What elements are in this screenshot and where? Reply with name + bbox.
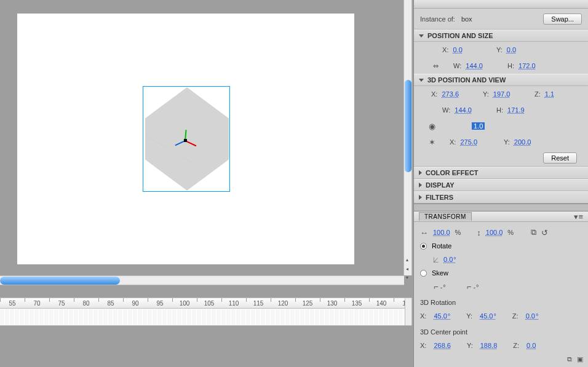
rot-y-value[interactable]: 45.0 (480, 312, 496, 320)
axis-origin[interactable] (184, 139, 187, 142)
angle-icon: ⟀ (434, 255, 439, 264)
3d-persp-row: ◉ 1.0 (414, 118, 588, 134)
section-title: POSITION AND SIZE (427, 32, 493, 39)
3d-y-value[interactable]: 197.0 (493, 90, 511, 98)
skew-value-row: ⌐ - ⌐ - (420, 280, 582, 293)
ruler-tick: 135 (344, 300, 369, 307)
x-label: X: (420, 342, 426, 349)
ruler-tick: 120 (271, 300, 295, 307)
instance-row: Instance of: box Swap... (414, 9, 588, 30)
camera-icon[interactable]: ◉ (425, 122, 439, 131)
pos-y-value[interactable]: 0.0 (507, 46, 516, 53)
constrain-icon[interactable]: ⧉ (531, 227, 536, 237)
vp-x-value[interactable]: 275.0 (460, 138, 477, 146)
pos-w-value[interactable]: 144.0 (466, 62, 483, 69)
ruler-tick: 70 (25, 300, 49, 307)
3d-rot-row: X: 45.0 Y: 45.0 Z: 0.0 (420, 309, 582, 323)
canvas-scrollbar-vertical[interactable] (403, 0, 412, 275)
3d-xyz-row: X: 273.6 Y: 197.0 Z: 1.1 (414, 86, 588, 102)
vp-y-value[interactable]: 200.0 (514, 138, 531, 146)
pct: % (507, 229, 514, 236)
rotate-row[interactable]: Rotate (420, 239, 582, 253)
scrollbar-thumb[interactable] (0, 277, 120, 285)
3d-h-value[interactable]: 171.9 (507, 106, 525, 114)
duplicate-icon[interactable]: ⧉ (567, 355, 572, 363)
timeline-ruler[interactable]: 5570758085909510010511011512012513013514… (0, 298, 406, 309)
rotate-label: Rotate (432, 242, 451, 250)
lock-aspect-icon[interactable]: ⇔ (429, 62, 442, 70)
rot-z-value[interactable]: 0.0 (526, 312, 539, 320)
panel-strip (414, 0, 588, 9)
rotate-value-row: ⟀ 0.0 (420, 253, 582, 266)
scale-x-icon: ↔ (420, 228, 428, 237)
ruler-tick: 80 (74, 300, 98, 307)
tab-label: TRANSFORM (419, 212, 472, 221)
stage-area: ▴◂▾ (0, 0, 410, 295)
pos-x-value[interactable]: 0.0 (453, 46, 462, 53)
x-label: X: (431, 90, 437, 98)
ruler-tick: 55 (0, 300, 25, 307)
3d-w-value[interactable]: 144.0 (455, 106, 472, 114)
scale-row: ↔ 100.0% ↕ 100.0% ⧉ ↺ (420, 226, 582, 239)
ruler-tick: 105 (197, 300, 221, 307)
reset-button[interactable]: Reset (543, 152, 577, 164)
new-icon[interactable]: ▣ (577, 355, 583, 363)
instance-label: Instance of: (420, 15, 455, 23)
section-title: FILTERS (426, 194, 453, 201)
skew-v-value[interactable]: - (473, 283, 479, 291)
section-title: 3D POSITION AND VIEW (427, 76, 506, 84)
timeline-frames[interactable] (0, 309, 406, 326)
skew-row[interactable]: Skew (420, 266, 582, 280)
center-z-value[interactable]: 0.0 (526, 342, 536, 349)
ruler-tick: 115 (246, 300, 271, 307)
pct: % (455, 229, 461, 236)
3d-wh-row: W: 144.0 H: 171.9 (414, 102, 588, 118)
pos-h-value[interactable]: 172.0 (518, 62, 536, 69)
section-color-effect[interactable]: COLOR EFFECT (414, 167, 588, 179)
scale-x-value[interactable]: 100.0 (433, 229, 450, 236)
chevron-down-icon (419, 79, 424, 82)
swap-button[interactable]: Swap... (543, 14, 582, 25)
scroll-arrows[interactable]: ▴◂▾ (404, 257, 410, 280)
reset-scale-icon[interactable]: ↺ (541, 228, 548, 237)
3d-z-value[interactable]: 1.1 (545, 90, 554, 98)
w-label: W: (442, 106, 450, 114)
rotate-value[interactable]: 0.0 (443, 256, 456, 263)
section-filters[interactable]: FILTERS (414, 191, 588, 203)
skew-label: Skew (432, 269, 448, 277)
ruler-tick: 14 (394, 300, 406, 307)
transform-panel-tab[interactable]: TRANSFORM ▾≡ (414, 211, 588, 222)
rotate-radio[interactable] (420, 243, 427, 250)
3d-center-row: X: 268.6 Y: 188.8 Z: 0.0 (420, 339, 582, 352)
skew-radio[interactable] (420, 270, 427, 277)
perspective-angle-value[interactable]: 1.0 (472, 122, 485, 130)
h-label: H: (507, 62, 514, 69)
3d-axis-gizmo[interactable] (178, 130, 203, 155)
chevron-right-icon (419, 183, 422, 187)
center-x-value[interactable]: 268.6 (434, 342, 451, 349)
center-y-value[interactable]: 188.8 (480, 342, 498, 349)
skew-h-value[interactable]: - (440, 283, 446, 291)
3d-rotation-title: 3D Rotation (420, 299, 456, 306)
ruler-tick: 90 (123, 300, 148, 307)
section-3d-position[interactable]: 3D POSITION AND VIEW (414, 74, 588, 86)
section-position-size[interactable]: POSITION AND SIZE (414, 30, 588, 42)
y-label: Y: (504, 138, 510, 146)
scale-y-value[interactable]: 100.0 (486, 229, 503, 236)
scale-y-icon: ↕ (477, 228, 481, 237)
scrollbar-thumb[interactable] (405, 80, 411, 172)
pos-wh-row: ⇔ W: 144.0 H: 172.0 (414, 58, 588, 74)
panel-menu-icon[interactable]: ▾≡ (574, 212, 583, 221)
skew-h-icon: ⌐ (434, 282, 439, 291)
timeline-scrollbar[interactable] (405, 298, 412, 326)
chevron-down-icon (419, 34, 424, 37)
w-label: W: (453, 62, 461, 69)
ruler-tick: 140 (369, 300, 394, 307)
rot-x-value[interactable]: 45.0 (434, 312, 450, 320)
vanishing-point-icon[interactable]: ✶ (425, 138, 439, 147)
y-label: Y: (496, 46, 503, 53)
canvas-scrollbar-horizontal[interactable] (0, 275, 404, 285)
3d-x-value[interactable]: 273.6 (442, 90, 459, 98)
pos-xy-row: X: 0.0 Y: 0.0 (414, 42, 588, 58)
section-display[interactable]: DISPLAY (414, 179, 588, 191)
